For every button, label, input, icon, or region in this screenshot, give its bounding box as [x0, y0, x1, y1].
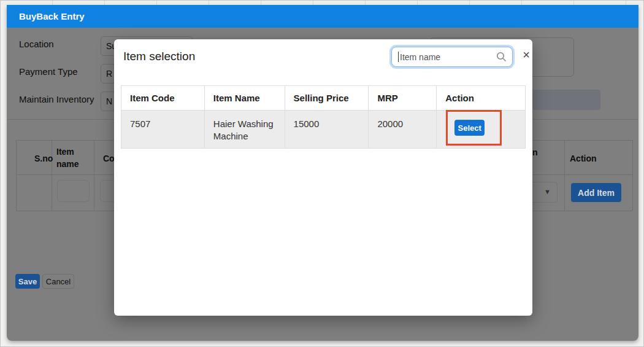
entry-col-sno: S.no	[34, 152, 53, 165]
entry-col-action: Action	[570, 152, 597, 165]
entry-table-border	[94, 140, 94, 211]
col-mrp: MRP	[369, 86, 437, 111]
col-item-code: Item Code	[121, 86, 205, 111]
entry-table-border	[16, 140, 17, 211]
screenshot-root: BuyBack Entry Location Payment Type Main…	[0, 0, 644, 347]
entry-table-border	[564, 140, 565, 211]
cell-selling-price: 15000	[285, 111, 369, 149]
close-icon[interactable]: ×	[519, 48, 533, 61]
add-item-button[interactable]: Add Item	[571, 183, 621, 202]
search-icon	[496, 52, 507, 62]
cancel-button[interactable]: Cancel	[42, 274, 74, 289]
item-table-header: Item Code Item Name Selling Price MRP Ac…	[121, 86, 526, 111]
chevron-down-icon: ▼	[544, 188, 551, 195]
window-header: BuyBack Entry	[7, 5, 638, 28]
select-button[interactable]: Select	[454, 120, 485, 136]
cell-item-code: 7507	[121, 111, 205, 149]
item-selection-modal: Item selection × Item Code Item Name Sel…	[114, 39, 532, 316]
col-item-name: Item Name	[205, 86, 285, 111]
item-search	[391, 47, 513, 67]
save-button[interactable]: Save	[15, 274, 40, 289]
cell-action: Select	[437, 111, 526, 149]
payment-type-label: Payment Type	[19, 66, 78, 77]
location-label: Location	[19, 39, 54, 49]
col-selling-price: Selling Price	[285, 86, 369, 111]
entry-col-item-name: Item name	[56, 146, 85, 170]
cell-mrp: 20000	[369, 111, 437, 149]
text-cursor	[398, 52, 399, 62]
cell-item-name: Haier Washing Machine	[205, 111, 285, 149]
col-action: Action	[437, 86, 526, 111]
item-search-input[interactable]	[391, 47, 513, 67]
modal-title: Item selection	[123, 50, 195, 63]
item-table: Item Code Item Name Selling Price MRP Ac…	[121, 85, 526, 149]
background-page-strip	[1, 1, 643, 5]
entry-item-name-input[interactable]	[57, 180, 90, 202]
window-title: BuyBack Entry	[19, 11, 85, 21]
entry-col-fragment: n	[532, 146, 538, 158]
entry-table-border	[632, 140, 633, 211]
maintain-inventory-label: Maintain Inventory	[19, 94, 94, 104]
entry-col-co-fragment: Co	[103, 152, 115, 165]
entry-table-border	[52, 140, 52, 211]
table-row: 7507 Haier Washing Machine 15000 20000 S…	[121, 111, 526, 149]
